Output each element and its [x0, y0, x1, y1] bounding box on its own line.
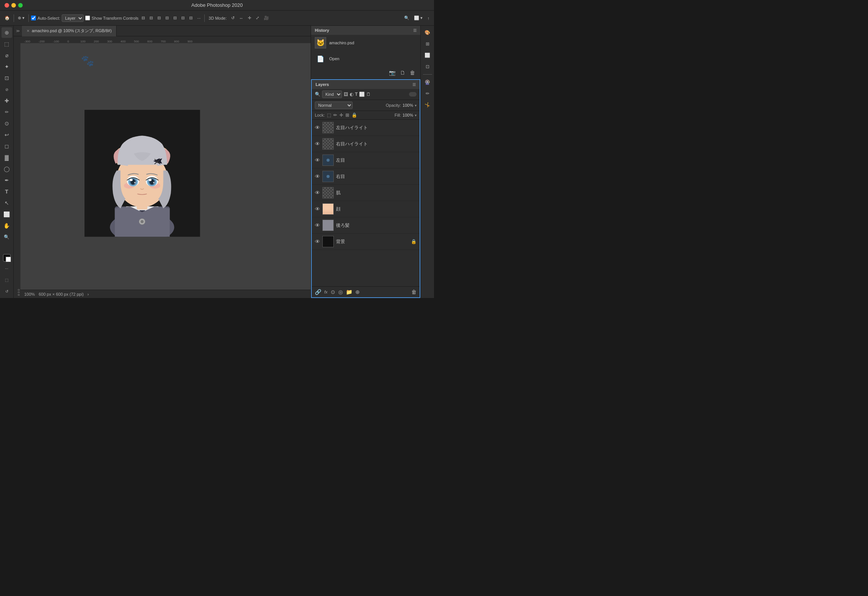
layer-visibility-0[interactable]: 👁 — [315, 125, 320, 131]
lasso-tool[interactable]: ⌀ — [2, 50, 12, 61]
layer-item-0[interactable]: 👁 左目ハイライト — [312, 120, 420, 136]
3d-move-button[interactable]: ✛ — [246, 15, 253, 21]
history-brush-tool[interactable]: ↩ — [2, 129, 12, 140]
add-mask-button[interactable]: ⊙ — [331, 289, 335, 295]
dodge-tool[interactable]: ◯ — [2, 164, 12, 174]
brush-tool[interactable]: ✏ — [2, 107, 12, 117]
layer-visibility-4[interactable]: 👁 — [315, 190, 320, 196]
marquee-tool[interactable]: ⬚ — [2, 39, 12, 49]
delete-state-button[interactable]: 🗑 — [408, 69, 417, 76]
close-button[interactable] — [5, 3, 9, 8]
lock-artboards-icon[interactable]: ✛ — [339, 112, 343, 118]
lock-pixels-icon[interactable]: ⬚ — [327, 112, 331, 118]
layer-item-6[interactable]: 👁 後ろ髪 — [312, 217, 420, 234]
puppet-warp-icon[interactable]: 🤸 — [422, 100, 433, 110]
maximize-button[interactable] — [18, 3, 23, 8]
rotate-view-button[interactable]: ↺ — [2, 286, 12, 296]
search-button[interactable]: 🔍 — [403, 15, 411, 21]
layer-select[interactable]: Layer — [62, 14, 84, 22]
blend-mode-select[interactable]: Normal — [315, 101, 353, 109]
layer-item-4[interactable]: 👁 肌 — [312, 185, 420, 201]
eyedropper-tool[interactable]: ⊘ — [2, 84, 12, 95]
home-button[interactable]: 🏠 — [3, 15, 11, 21]
fill-value[interactable]: 100% — [403, 113, 413, 117]
new-doc-from-state-button[interactable]: 🗋 — [398, 69, 407, 76]
workspace-button[interactable]: ⬜ ▾ — [412, 15, 424, 21]
new-layer-button[interactable]: ⊕ — [355, 289, 360, 295]
panel-collapse-left[interactable]: ≫ — [14, 29, 22, 33]
align-left-button[interactable]: ⊟ — [140, 15, 146, 21]
3d-orbit-button[interactable]: ↺ — [230, 15, 236, 21]
distribute-button[interactable]: ⊟ — [188, 15, 194, 21]
3d-pan-button[interactable]: ↔ — [238, 15, 245, 21]
filter-adjust-icon[interactable]: ◐ — [350, 92, 353, 97]
3d-camera-button[interactable]: 🎥 — [262, 15, 271, 21]
link-layers-button[interactable]: 🔗 — [315, 289, 321, 295]
align-middle-button[interactable]: ⊟ — [172, 15, 178, 21]
layer-visibility-7[interactable]: 👁 — [315, 239, 320, 245]
layer-visibility-6[interactable]: 👁 — [315, 222, 320, 228]
filter-kind-select[interactable]: Kind — [322, 90, 342, 98]
brush-preset-icon[interactable]: ✏ — [422, 88, 433, 99]
gradient-tool[interactable]: ▓ — [2, 152, 12, 163]
lock-transform-icon[interactable]: ⊞ — [345, 112, 349, 118]
eraser-tool[interactable]: ◻ — [2, 141, 12, 151]
path-selection-tool[interactable]: ↖ — [2, 198, 12, 208]
adjustment-layer-button[interactable]: ◎ — [338, 289, 343, 295]
move-tool-button[interactable]: ⊕ ▾ — [16, 15, 26, 21]
align-center-button[interactable]: ⊟ — [148, 15, 154, 21]
layer-item-7[interactable]: 👁 背景 🔒 — [312, 234, 420, 250]
share-button[interactable]: ↑ — [426, 15, 431, 21]
crop-tool[interactable]: ⊡ — [2, 73, 12, 83]
more-tools-button[interactable]: ··· — [2, 263, 12, 274]
layer-item-1[interactable]: 👁 右目ハイライト — [312, 136, 420, 152]
filter-toggle[interactable] — [409, 92, 417, 97]
transform-controls-label[interactable]: Show Transform Controls — [85, 16, 138, 20]
pen-tool[interactable]: ✒ — [2, 175, 12, 186]
swatches-icon[interactable]: 🎨 — [422, 27, 433, 38]
auto-select-label[interactable]: Auto-Select: — [31, 16, 60, 20]
color-wheel-icon[interactable]: 🎡 — [422, 77, 433, 87]
transform-controls-checkbox[interactable] — [85, 16, 90, 20]
delete-layer-button[interactable]: 🗑 — [411, 289, 417, 295]
layer-item-5[interactable]: 👁 顔 — [312, 201, 420, 217]
filter-shape-icon[interactable]: ⬜ — [359, 92, 365, 97]
frame-icon[interactable]: ⬜ — [422, 50, 433, 61]
traffic-lights[interactable] — [5, 3, 23, 8]
group-layers-button[interactable]: 📁 — [346, 289, 352, 295]
arrow-button[interactable]: › — [87, 292, 89, 296]
layer-visibility-1[interactable]: 👁 — [315, 141, 320, 147]
more-options-button[interactable]: ··· — [196, 15, 202, 21]
filter-smart-icon[interactable]: 🗒 — [366, 92, 371, 97]
align-bottom-button[interactable]: ⊟ — [180, 15, 186, 21]
tab-close-button[interactable]: ✕ — [26, 29, 30, 33]
new-snapshot-button[interactable]: 📷 — [387, 69, 397, 76]
history-menu-icon[interactable]: ☰ — [413, 28, 417, 33]
layer-visibility-2[interactable]: 👁 — [315, 157, 320, 163]
filter-pixel-icon[interactable]: 🖼 — [344, 92, 348, 97]
grid-icon[interactable]: ⊞ — [422, 39, 433, 49]
layer-visibility-5[interactable]: 👁 — [315, 206, 320, 212]
align-right-button[interactable]: ⊟ — [156, 15, 162, 21]
layer-visibility-3[interactable]: 👁 — [315, 173, 320, 179]
lock-position-icon[interactable]: ✏ — [333, 112, 337, 118]
layer-item-3[interactable]: 👁 右目 — [312, 169, 420, 185]
heal-tool[interactable]: ✚ — [2, 95, 12, 106]
type-tool[interactable]: T — [2, 186, 12, 197]
minimize-button[interactable] — [11, 3, 16, 8]
shape-tool[interactable]: ⬜ — [2, 209, 12, 220]
fx-button[interactable]: fx — [324, 290, 328, 294]
layers-menu-icon[interactable]: ☰ — [412, 83, 416, 87]
magic-wand-tool[interactable]: ✦ — [2, 61, 12, 72]
3d-scale-button[interactable]: ⤢ — [254, 15, 261, 21]
move-tool[interactable]: ⊕ — [2, 27, 12, 38]
history-item-file[interactable]: 🐱 amachiro.psd — [311, 35, 420, 51]
clone-stamp-tool[interactable]: ⊙ — [2, 118, 12, 129]
lock-all-icon[interactable]: 🔒 — [352, 112, 357, 118]
opacity-value[interactable]: 100% — [403, 103, 413, 108]
zoom-tool[interactable]: 🔍 — [2, 232, 12, 242]
history-item-open[interactable]: 📄 Open — [311, 51, 420, 67]
layer-item-2[interactable]: 👁 左目 — [312, 152, 420, 169]
foreground-color[interactable] — [3, 254, 11, 262]
canvas-view-button[interactable]: ⬚ — [2, 275, 12, 285]
